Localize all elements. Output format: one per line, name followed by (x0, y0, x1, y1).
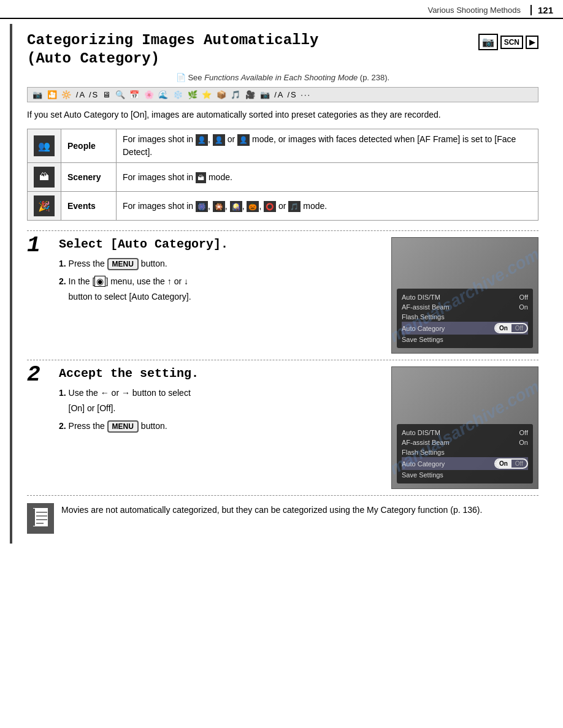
step-1-image: Auto DIS/TMOff AF-assist BeamOn Flash Se… (391, 237, 538, 354)
menu-row-2: AF-assist BeamOn (402, 302, 528, 312)
on-button-2[interactable]: On (496, 460, 511, 468)
people-name-cell: People (61, 129, 117, 163)
step-1-number: 1 (27, 235, 52, 257)
step-1-block: 1 Select [Auto Category]. 1. Press the M… (27, 230, 538, 354)
menu-row-auto-cat: Auto Category On Off (402, 322, 528, 335)
step2-menu-row-1: Auto DIS/TMOff (402, 428, 528, 438)
steps-container: 1 Select [Auto Category]. 1. Press the M… (27, 230, 538, 489)
menu-row-5: Save Settings (402, 335, 528, 344)
step2-menu-row-5: Save Settings (402, 470, 528, 480)
step-1-menu-overlay: Auto DIS/TMOff AF-assist BeamOn Flash Se… (397, 289, 533, 348)
table-row: 🏔 Scenery For images shot in 🏔 mode. (28, 163, 538, 192)
title-icons: 📷 SCN ▶ (478, 34, 538, 50)
camera-icon: 📷 (478, 34, 498, 50)
step-2-sub2: 2. Press the MENU button. (59, 419, 384, 434)
off-button-1[interactable]: Off (511, 324, 527, 332)
events-mode-icon3: 🎑 (230, 201, 242, 213)
page-header: Various Shooting Methods 121 (0, 0, 563, 19)
menu-key-2[interactable]: MENU (107, 420, 139, 433)
events-mode-icon5: ⭕ (264, 201, 276, 213)
chapter-title: Categorizing Images Automatically (Auto … (27, 31, 538, 68)
intro-text: If you set Auto Category to [On], images… (27, 108, 538, 121)
step2-menu-row-auto-cat: Auto Category On Off (402, 457, 528, 470)
people-desc-cell: For images shot in 👤, 👤 or 👤 mode, or im… (117, 129, 538, 163)
chapter-title-block: 📷 SCN ▶ Categorizing Images Automaticall… (27, 31, 538, 68)
people-mode-icon2: 👤 (213, 134, 225, 146)
people-icon: 👥 (34, 135, 55, 156)
note-icon (27, 503, 54, 534)
step2-menu-row-3: Flash Settings (402, 447, 528, 457)
category-table: 👥 People For images shot in 👤, 👤 or 👤 mo… (27, 129, 538, 221)
step2-menu-row-2: AF-assist BeamOn (402, 438, 528, 447)
step-2-menu-overlay: Auto DIS/TMOff AF-assist BeamOn Flash Se… (397, 424, 533, 483)
people-mode-icon1: 👤 (196, 134, 208, 146)
events-label: Events (67, 201, 96, 211)
events-desc-cell: For images shot in 🎆, 🎇, 🎑, 🎃, ⭕ or 🎵 mo… (117, 192, 538, 221)
note-text: Movies are not automatically categorized… (61, 503, 482, 517)
scenery-desc-cell: For images shot in 🏔 mode. (117, 163, 538, 192)
menu-row-3: Flash Settings (402, 312, 528, 322)
step-1-content: Select [Auto Category]. 1. Press the MEN… (59, 237, 384, 308)
step-2-content: Accept the setting. 1. Use the ← or → bu… (59, 366, 384, 437)
page-container: Various Shooting Methods 121 📷 SCN ▶ Cat… (0, 0, 563, 728)
scenery-label: Scenery (67, 172, 101, 182)
step-2-number: 2 (27, 364, 52, 386)
see-icon: 📄 (176, 73, 186, 82)
people-label: People (67, 141, 96, 151)
step-1-sub2: 2. In the [◉] menu, use the ↑ or ↓ butto… (59, 274, 384, 305)
people-mode-icon3: 👤 (237, 134, 250, 146)
off-button-2[interactable]: Off (511, 460, 527, 468)
table-row: 🎉 Events For images shot in 🎆, 🎇, 🎑, 🎃, … (28, 192, 538, 221)
step-1-sub1: 1. Press the MENU button. (59, 256, 384, 271)
see-note-italic: Functions Available in Each Shooting Mod… (204, 73, 358, 82)
events-mode-icon2: 🎇 (213, 201, 225, 213)
scenery-mode-icon: 🏔 (196, 172, 206, 184)
note-svg-icon (31, 507, 50, 529)
scenery-name-cell: Scenery (61, 163, 117, 192)
on-button-1[interactable]: On (496, 324, 511, 332)
on-off-selector-2[interactable]: On Off (494, 458, 528, 469)
movie-icon: ▶ (526, 36, 538, 49)
scenery-icon: 🏔 (34, 167, 55, 188)
events-mode-icon6: 🎵 (288, 201, 301, 213)
step-2-title: Accept the setting. (59, 366, 384, 381)
events-mode-icon4: 🎃 (247, 201, 259, 213)
step-2-image: Auto DIS/TMOff AF-assist BeamOn Flash Se… (391, 366, 538, 489)
events-mode-icon1: 🎆 (196, 201, 208, 213)
step-2-block: 2 Accept the setting. 1. Use the ← or → … (27, 360, 538, 489)
step-1-title: Select [Auto Category]. (59, 237, 384, 251)
page-number: 121 (530, 5, 553, 15)
menu-row-1: Auto DIS/TMOff (402, 292, 528, 302)
events-icon: 🎉 (34, 195, 55, 216)
see-note: 📄 See Functions Available in Each Shooti… (27, 73, 538, 82)
icon-strip: 📷 🎦 🔆 /A /S 🖥 🔍 📅 🌸 🌊 ❄️ 🌿 ⭐ 📦 🎵 🎥 📷 /A … (27, 87, 538, 102)
scn-icon: SCN (500, 36, 523, 49)
scenery-icon-cell: 🏔 (28, 163, 61, 192)
on-off-selector-1[interactable]: On Off (494, 323, 528, 333)
step-2-sub1: 1. Use the ← or → button to select [On] … (59, 385, 384, 416)
step-1-instructions: 1. Press the MENU button. 2. In the [◉] … (59, 256, 384, 305)
events-name-cell: Events (61, 192, 117, 221)
step-1-image-inner: Auto DIS/TMOff AF-assist BeamOn Flash Se… (392, 238, 538, 353)
menu-key-1[interactable]: MENU (107, 258, 139, 270)
table-row: 👥 People For images shot in 👤, 👤 or 👤 mo… (28, 129, 538, 163)
step-2-image-inner: Auto DIS/TMOff AF-assist BeamOn Flash Se… (392, 367, 538, 488)
events-icon-cell: 🎉 (28, 192, 61, 221)
step-2-instructions: 1. Use the ← or → button to select [On] … (59, 385, 384, 434)
svg-rect-1 (31, 509, 35, 526)
header-title: Various Shooting Methods (427, 6, 521, 15)
main-content: 📷 SCN ▶ Categorizing Images Automaticall… (10, 24, 553, 544)
people-icon-cell: 👥 (28, 129, 61, 163)
note-box: Movies are not automatically categorized… (27, 495, 538, 534)
